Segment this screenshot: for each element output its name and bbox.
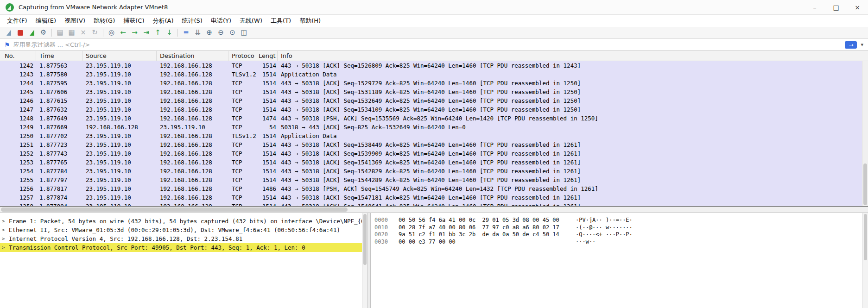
minimize-button[interactable]: – [804, 0, 825, 14]
cell-source: 23.195.119.10 [82, 105, 157, 114]
cell-length: 1514 [257, 140, 278, 149]
packet-row[interactable]: 12581.87789423.195.119.10192.168.166.128… [0, 202, 868, 207]
cell-no: 1254 [0, 167, 36, 176]
packet-row[interactable]: 12501.87770223.195.119.10192.168.166.128… [0, 132, 868, 140]
packet-row[interactable]: 12461.87761523.195.119.10192.168.166.128… [0, 96, 868, 105]
hex-offset: 0020 [374, 231, 396, 239]
detail-row[interactable]: >Frame 1: Packet, 54 bytes on wire (432 … [0, 217, 367, 226]
cell-destination: 192.168.166.128 [157, 88, 228, 96]
menu-item-view[interactable]: 视图(V) [60, 15, 89, 26]
detail-row[interactable]: >Transmission Control Protocol, Src Port… [0, 243, 367, 252]
zoom-in-button[interactable]: ⊕ [203, 28, 215, 38]
open-file-button[interactable]: ▤ [54, 28, 66, 38]
menu-item-analyze[interactable]: 分析(A) [148, 15, 177, 26]
cell-length: 1514 [257, 70, 278, 79]
hex-vscrollbar[interactable] [862, 213, 868, 308]
menu-bar: 文件(F)编辑(E)视图(V)跳转(G)捕获(C)分析(A)统计(S)电话(Y)… [0, 15, 868, 27]
packet-list-hscrollbar[interactable] [0, 207, 868, 213]
details-vscrollbar[interactable] [362, 213, 367, 308]
column-header-time[interactable]: Time [36, 51, 82, 61]
detail-row[interactable]: >Ethernet II, Src: VMware_01:05:3d (00:0… [0, 226, 367, 234]
menu-item-capture[interactable]: 捕获(C) [119, 15, 148, 26]
expander-icon[interactable]: > [2, 226, 9, 234]
go-first-button[interactable]: ↑ [152, 28, 164, 38]
column-header-no[interactable]: No. [0, 51, 36, 61]
packet-row[interactable]: 12491.877669192.168.166.12823.195.119.10… [0, 123, 868, 132]
restart-capture-button[interactable] [26, 28, 38, 38]
filter-apply-button[interactable]: → [845, 41, 857, 49]
column-header-length[interactable]: Lengt [257, 51, 278, 61]
stop-capture-button[interactable] [14, 28, 26, 38]
packet-row[interactable]: 12441.87759523.195.119.10192.168.166.128… [0, 79, 868, 88]
zoom-reset-button[interactable]: ⊙ [227, 28, 238, 38]
close-file-button[interactable]: × [77, 28, 89, 38]
packet-list-vscrollbar[interactable] [862, 61, 868, 206]
menu-item-wireless[interactable]: 无线(W) [235, 15, 266, 26]
cell-no: 1253 [0, 158, 36, 167]
hex-row[interactable]: 000000 50 56 f4 6a 41 00 0c 29 01 05 3d … [374, 217, 868, 224]
reload-button[interactable]: ↻ [89, 28, 101, 38]
menu-item-statistics[interactable]: 统计(S) [178, 15, 207, 26]
details-vscroll-thumb[interactable] [363, 214, 367, 265]
menu-item-go[interactable]: 跳转(G) [89, 15, 119, 26]
column-header-protocol[interactable]: Protoco [228, 51, 257, 61]
cell-time: 1.877649 [36, 114, 82, 123]
cell-source: 23.195.119.10 [82, 114, 157, 123]
cell-length: 1514 [257, 149, 278, 158]
filter-bookmark-icon[interactable]: ⚑ [4, 41, 10, 49]
auto-scroll-button[interactable]: ⇊ [192, 28, 203, 38]
packet-row[interactable]: 12561.87781723.195.119.10192.168.166.128… [0, 184, 868, 193]
colorize-button[interactable]: ≡ [180, 28, 192, 38]
close-button[interactable]: × [847, 0, 868, 14]
menu-item-help[interactable]: 帮助(H) [295, 15, 325, 26]
packet-row[interactable]: 12521.87774323.195.119.10192.168.166.128… [0, 149, 868, 158]
filter-dropdown-icon[interactable]: ▾ [861, 42, 863, 48]
vscroll-thumb[interactable] [863, 163, 867, 205]
display-filter-input[interactable] [13, 41, 843, 48]
resize-columns-button[interactable]: ◫ [238, 28, 250, 38]
hex-row[interactable]: 003000 00 e3 77 00 00···w·· [374, 239, 868, 246]
cell-length: 1514 [257, 96, 278, 105]
expander-icon[interactable]: > [2, 217, 9, 226]
packet-row[interactable]: 12541.87778423.195.119.10192.168.166.128… [0, 167, 868, 176]
packet-row[interactable]: 12421.87756323.195.119.10192.168.166.128… [0, 61, 868, 70]
capture-options-button[interactable]: ⚙ [38, 28, 49, 38]
packet-row[interactable]: 12481.87764923.195.119.10192.168.166.128… [0, 114, 868, 123]
packet-row[interactable]: 12451.87760623.195.119.10192.168.166.128… [0, 88, 868, 96]
hex-row[interactable]: 00209a 51 c2 f1 01 bb 3c 2b de da 0a 50 … [374, 231, 868, 239]
hscroll-thumb[interactable] [1, 207, 348, 212]
cell-time: 1.877669 [36, 123, 82, 132]
hex-row[interactable]: 001000 28 7f a7 40 00 80 06 77 97 c0 a8 … [374, 224, 868, 232]
pane-divider[interactable] [367, 213, 371, 308]
column-header-source[interactable]: Source [82, 51, 157, 61]
cell-info: 50318 → 443 [ACK] Seq=825 Ack=1532649 Wi… [278, 123, 868, 132]
find-packet-button[interactable]: ◎ [106, 28, 117, 38]
hex-vscroll-thumb[interactable] [864, 214, 867, 260]
go-to-packet-button[interactable]: ⇥ [140, 28, 152, 38]
menu-item-telephony[interactable]: 电话(Y) [207, 15, 235, 26]
go-last-button[interactable]: ↓ [164, 28, 175, 38]
detail-row[interactable]: >Internet Protocol Version 4, Src: 192.1… [0, 234, 367, 243]
maximize-button[interactable]: □ [825, 0, 847, 14]
cell-no: 1246 [0, 96, 36, 105]
column-header-info[interactable]: Info [278, 51, 868, 61]
packet-row[interactable]: 12431.87758023.195.119.10192.168.166.128… [0, 70, 868, 79]
packet-row[interactable]: 12511.87772323.195.119.10192.168.166.128… [0, 140, 868, 149]
expander-icon[interactable]: > [2, 234, 9, 243]
cell-source: 23.195.119.10 [82, 176, 157, 184]
save-file-button[interactable]: ▦ [66, 28, 77, 38]
menu-item-file[interactable]: 文件(F) [3, 15, 32, 26]
expander-icon[interactable]: > [2, 243, 9, 252]
start-capture-button[interactable] [3, 28, 14, 38]
go-back-button[interactable]: ← [117, 28, 129, 38]
packet-row[interactable]: 12551.87779723.195.119.10192.168.166.128… [0, 176, 868, 184]
packet-row[interactable]: 12471.87763223.195.119.10192.168.166.128… [0, 105, 868, 114]
menu-item-tools[interactable]: 工具(T) [266, 15, 295, 26]
cell-info: 443 → 50318 [ACK] Seq=1539909 Ack=825 Wi… [278, 149, 868, 158]
zoom-out-button[interactable]: ⊖ [215, 28, 227, 38]
go-forward-button[interactable]: → [129, 28, 140, 38]
menu-item-edit[interactable]: 编辑(E) [32, 15, 60, 26]
packet-row[interactable]: 12571.87787423.195.119.10192.168.166.128… [0, 193, 868, 202]
column-header-destination[interactable]: Destination [157, 51, 228, 61]
packet-row[interactable]: 12531.87776523.195.119.10192.168.166.128… [0, 158, 868, 167]
